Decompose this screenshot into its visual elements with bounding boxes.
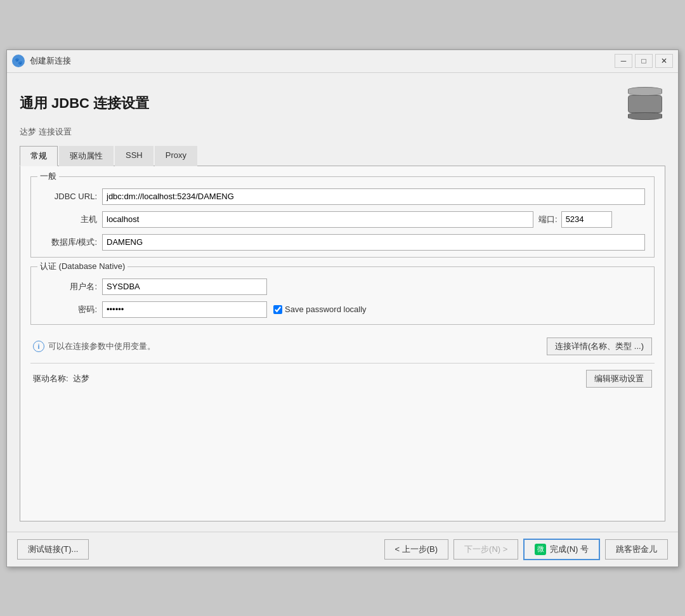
section-auth-title: 认证 (Database Native) xyxy=(37,261,127,272)
skip-button[interactable]: 跳客密金儿 xyxy=(605,539,668,560)
connection-detail-button[interactable]: 连接详情(名称、类型 ...) xyxy=(547,337,652,355)
tab-driver-properties[interactable]: 驱动属性 xyxy=(59,146,114,166)
form-panel: 一般 JDBC URL: 主机 端口: 数据库/模式 xyxy=(20,166,665,521)
content-area: 通用 JDBC 连接设置 达梦 连接设置 常规 驱动属性 SSH P xyxy=(7,73,678,532)
next-button[interactable]: 下一步(N) > xyxy=(453,539,518,560)
password-row: 密码: Save password locally xyxy=(40,301,645,318)
jdbc-url-input[interactable] xyxy=(102,188,645,205)
host-input[interactable] xyxy=(102,211,533,228)
tab-general[interactable]: 常规 xyxy=(20,146,58,166)
db-label: 数据库/模式: xyxy=(40,237,97,248)
save-password-checkbox[interactable] xyxy=(273,305,282,314)
database-row: 数据库/模式: xyxy=(40,234,645,251)
wechat-icon: 微 xyxy=(535,544,546,555)
title-bar: 🐾 创建新连接 ─ □ ✕ xyxy=(7,50,678,73)
save-password-label[interactable]: Save password locally xyxy=(273,305,367,314)
main-window: 🐾 创建新连接 ─ □ ✕ 通用 JDBC 连接设置 达梦 连接设置 常规 xyxy=(6,49,679,567)
port-label: 端口: xyxy=(538,214,558,225)
host-label: 主机 xyxy=(40,214,97,225)
database-icon xyxy=(625,83,665,124)
info-text: 可以在连接参数中使用变量。 xyxy=(48,341,155,352)
section-general-title: 一般 xyxy=(37,171,59,182)
driver-row: 驱动名称: 达梦 编辑驱动设置 xyxy=(30,363,655,388)
bottom-bar: 测试链接(T)... < 上一步(B) 下一步(N) > 微 完成(N) 号 跳… xyxy=(7,532,678,567)
info-icon: i xyxy=(33,341,44,352)
section-general: 一般 JDBC URL: 主机 端口: 数据库/模式 xyxy=(30,176,655,258)
close-button[interactable]: ✕ xyxy=(655,54,673,68)
db-input[interactable] xyxy=(102,234,645,251)
window-title: 创建新连接 xyxy=(30,55,615,67)
username-row: 用户名: xyxy=(40,279,645,295)
finish-button[interactable]: 微 完成(N) 号 xyxy=(523,539,600,560)
test-connection-button[interactable]: 测试链接(T)... xyxy=(17,539,89,560)
maximize-button[interactable]: □ xyxy=(635,54,653,68)
password-input[interactable] xyxy=(102,301,267,318)
window-controls: ─ □ ✕ xyxy=(615,54,673,68)
main-title-row: 通用 JDBC 连接设置 xyxy=(20,83,665,124)
info-row: i 可以在连接参数中使用变量。 连接详情(名称、类型 ...) xyxy=(30,337,655,355)
tab-ssh[interactable]: SSH xyxy=(115,146,153,166)
tabs-container: 常规 驱动属性 SSH Proxy xyxy=(20,145,665,166)
username-input[interactable] xyxy=(102,279,267,295)
edit-driver-button[interactable]: 编辑驱动设置 xyxy=(586,370,652,388)
app-icon: 🐾 xyxy=(12,55,25,67)
sub-title: 达梦 连接设置 xyxy=(20,126,665,138)
port-group: 端口: xyxy=(538,211,612,228)
minimize-button[interactable]: ─ xyxy=(615,54,632,68)
password-label: 密码: xyxy=(40,304,97,315)
jdbc-url-row: JDBC URL: xyxy=(40,188,645,205)
username-label: 用户名: xyxy=(40,281,97,292)
driver-text: 驱动名称: 达梦 xyxy=(33,373,89,384)
port-input[interactable] xyxy=(561,211,612,228)
main-title-text: 通用 JDBC 连接设置 xyxy=(20,94,149,113)
section-auth: 认证 (Database Native) 用户名: 密码: Save passw… xyxy=(30,266,655,325)
prev-button[interactable]: < 上一步(B) xyxy=(384,539,449,560)
host-port-row: 主机 端口: xyxy=(40,211,645,228)
info-text-group: i 可以在连接参数中使用变量。 xyxy=(33,341,155,352)
jdbc-url-label: JDBC URL: xyxy=(40,192,97,201)
db-icon-area xyxy=(625,83,665,124)
tab-proxy[interactable]: Proxy xyxy=(155,146,197,166)
